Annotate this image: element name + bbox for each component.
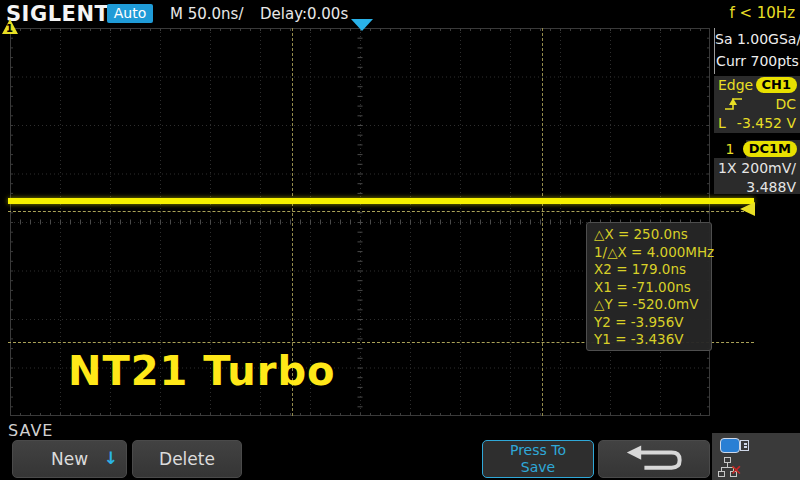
cursor-y1[interactable]	[8, 211, 754, 212]
trigger-source-badge: CH1	[756, 77, 797, 93]
save-label-line2: Save	[521, 459, 555, 476]
softkey-menu-bar: SAVE New ↓ Delete Press To Save	[0, 416, 800, 480]
timebase-readout: M 50.0ns/	[170, 5, 243, 23]
acquisition-panel: Sa 1.00GSa/s Curr 700pts	[714, 28, 800, 74]
status-icons-panel: ✕	[712, 433, 800, 480]
readout-delta-x: △X = 250.0ns	[594, 226, 711, 244]
channel-number: 1	[714, 140, 746, 158]
memory-depth: Curr 700pts	[715, 50, 800, 72]
status-bar: SIGLENT Auto M 50.0ns/ Delay:0.00s f < 1…	[0, 0, 800, 28]
delay-readout: Delay:0.00s	[260, 5, 348, 23]
channel-offset: 3.488V	[746, 178, 796, 197]
new-button[interactable]: New ↓	[12, 440, 127, 478]
waveform-label: NT21 Turbo	[68, 348, 336, 394]
delete-button[interactable]: Delete	[132, 440, 242, 478]
channel-coupling-badge: DC1M	[743, 141, 797, 157]
readout-y1: Y1 = -3.436V	[594, 331, 711, 349]
sample-rate: Sa 1.00GSa/s	[715, 28, 800, 50]
frequency-counter: f < 10Hz	[729, 4, 795, 22]
readout-x2: X2 = 179.0ns	[594, 261, 711, 279]
usb-device-icon	[720, 438, 754, 453]
press-to-save-button[interactable]: Press To Save	[482, 440, 594, 478]
ch1-waveform-trace	[8, 198, 754, 204]
cursor-readout-box: △X = 250.0ns 1/△X = 4.000MHz X2 = 179.0n…	[586, 222, 712, 351]
trigger-level-arrow-icon	[740, 202, 755, 216]
volts-per-div: 200mV/	[741, 159, 796, 178]
lan-disconnected-x-icon: ✕	[730, 462, 742, 478]
readout-x1: X1 = -71.00ns	[594, 279, 711, 297]
oscilloscope-screen: SIGLENT Auto M 50.0ns/ Delay:0.00s f < 1…	[0, 0, 800, 480]
dropdown-arrow-icon: ↓	[104, 448, 118, 468]
trigger-coupling: DC	[775, 95, 796, 114]
return-arrow-icon	[614, 442, 694, 476]
lan-status-icon: ✕	[718, 457, 748, 477]
menu-title: SAVE	[8, 421, 53, 440]
new-button-label: New	[51, 449, 88, 469]
readout-delta-y: △Y = -520.0mV	[594, 296, 711, 314]
readout-inv-delta-x: 1/△X = 4.000MHz	[594, 244, 711, 262]
trigger-panel: Edge CH1 DC L -3.452 V	[714, 76, 800, 133]
trigger-level-value: -3.452 V	[737, 114, 796, 133]
delete-button-label: Delete	[159, 449, 215, 469]
ch1-offset-marker-icon: 1	[2, 19, 18, 34]
readout-y2: Y2 = -3.956V	[594, 314, 711, 332]
cursor-x2[interactable]	[542, 28, 543, 416]
trigger-level-label: L	[718, 114, 726, 133]
trigger-status-badge[interactable]: Auto	[107, 4, 153, 23]
trigger-position-icon	[351, 19, 373, 31]
save-label-line1: Press To	[510, 442, 566, 459]
channel-panel: 1 DC1M 1X 200mV/ 3.488V	[714, 140, 800, 194]
back-button[interactable]	[598, 440, 710, 478]
probe-attenuation: 1X	[718, 159, 737, 178]
trigger-type: Edge	[718, 76, 753, 95]
brand-logo: SIGLENT	[6, 2, 109, 26]
